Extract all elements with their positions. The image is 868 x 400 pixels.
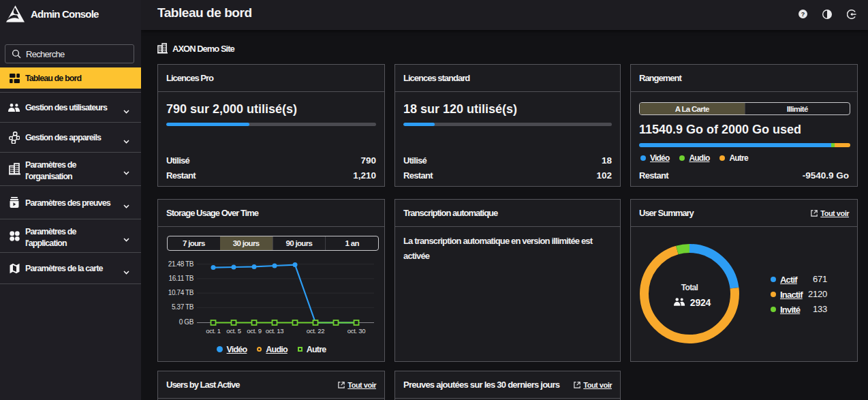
svg-text:5.37 TB: 5.37 TB	[172, 303, 194, 311]
svg-text:?: ?	[801, 11, 805, 18]
svg-text:oct. 5: oct. 5	[226, 327, 241, 335]
svg-text:0 GB: 0 GB	[179, 318, 194, 326]
svg-text:21.48 TB: 21.48 TB	[168, 260, 194, 268]
svg-text:oct. 22: oct. 22	[307, 327, 324, 335]
svg-text:oct. 1: oct. 1	[206, 327, 220, 335]
svg-text:oct. 30: oct. 30	[347, 327, 365, 335]
svg-text:10.74 TB: 10.74 TB	[168, 289, 194, 296]
svg-text:16.11 TB: 16.11 TB	[169, 275, 194, 282]
svg-text:oct. 13: oct. 13	[266, 327, 283, 335]
svg-text:oct. 9: oct. 9	[247, 327, 261, 335]
